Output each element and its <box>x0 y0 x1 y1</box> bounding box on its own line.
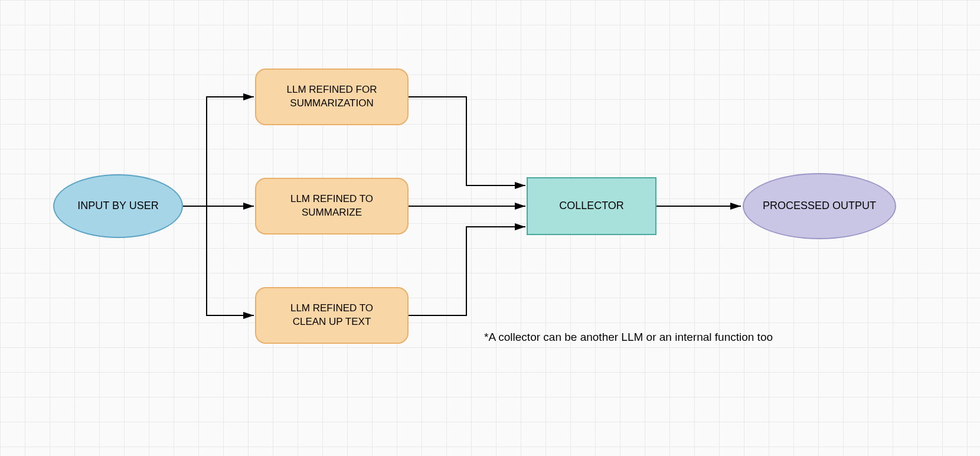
node-llm1: LLM REFINED FOR SUMMARIZATION <box>255 69 409 125</box>
node-llm3-line2: CLEAN UP TEXT <box>290 315 373 329</box>
node-llm3: LLM REFINED TO CLEAN UP TEXT <box>255 287 409 344</box>
edge-input-to-llm1 <box>183 97 254 206</box>
node-llm3-text: LLM REFINED TO CLEAN UP TEXT <box>290 302 373 329</box>
node-llm1-line2: SUMMARIZATION <box>286 97 377 110</box>
node-input: INPUT BY USER <box>53 174 183 238</box>
node-llm2-text: LLM REFINED TO SUMMARIZE <box>290 193 373 220</box>
node-llm2-line1: LLM REFINED TO <box>290 193 373 206</box>
node-llm2-line2: SUMMARIZE <box>290 206 373 220</box>
node-llm1-line1: LLM REFINED FOR <box>286 83 377 97</box>
node-llm1-text: LLM REFINED FOR SUMMARIZATION <box>286 83 377 110</box>
node-output-label: PROCESSED OUTPUT <box>763 199 876 213</box>
edge-input-to-llm3 <box>183 206 254 315</box>
node-input-label: INPUT BY USER <box>77 199 158 213</box>
edge-llm3-to-collector <box>409 227 525 315</box>
node-llm3-line1: LLM REFINED TO <box>290 302 373 315</box>
diagram-canvas: INPUT BY USER LLM REFINED FOR SUMMARIZAT… <box>0 0 980 456</box>
node-collector: COLLECTOR <box>527 177 656 235</box>
node-collector-label: COLLECTOR <box>559 199 624 213</box>
node-llm2: LLM REFINED TO SUMMARIZE <box>255 178 409 234</box>
node-output: PROCESSED OUTPUT <box>743 173 896 239</box>
diagram-note: *A collector can be another LLM or an in… <box>484 331 773 344</box>
edge-llm1-to-collector <box>409 97 525 185</box>
